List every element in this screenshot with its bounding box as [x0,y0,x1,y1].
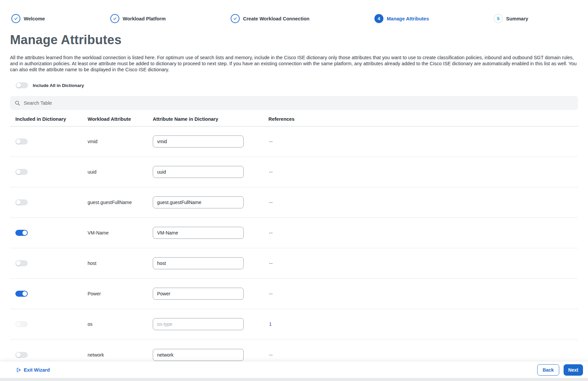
references-value: -- [269,352,273,358]
table-row: Power -- [10,279,578,309]
toggle-knob [16,170,21,174]
toggle-knob [16,261,21,266]
dictionary-name-input[interactable] [153,227,244,239]
include-in-dictionary-toggle[interactable] [15,352,28,358]
dictionary-name-input[interactable] [153,166,244,178]
page-title: Manage Attributes [10,33,121,47]
search-bar [10,96,578,110]
exit-icon [16,367,21,373]
include-in-dictionary-toggle[interactable] [15,169,28,175]
references-value: -- [269,169,273,175]
toggle-knob [16,322,21,326]
column-header-workload-attribute: Workload Attribute [88,116,131,122]
dictionary-name-input[interactable] [153,318,244,330]
workload-attribute-value: os [88,321,93,327]
toggle-knob [16,83,21,88]
include-in-dictionary-toggle[interactable] [15,260,28,266]
step-number-badge: 4 [374,14,383,23]
workload-attribute-value: Power [88,291,101,296]
workload-attribute-value: host [88,261,96,266]
toggle-knob [16,353,21,357]
step-complete-check-icon [11,14,20,23]
exit-wizard-label: Exit Wizard [24,367,50,373]
table-row: host -- [10,248,578,279]
include-in-dictionary-toggle[interactable] [15,291,28,297]
wizard-footer: Exit Wizard Back Next [0,362,588,378]
table-row: os 1 [10,309,578,340]
step-label: Summary [506,16,528,21]
page-bottom-strip [0,378,588,381]
step-label: Create Workload Connection [243,16,310,21]
search-icon [15,100,20,106]
workload-attribute-value: VM-Name [88,230,109,235]
step-manage-attributes[interactable]: 4 Manage Attributes [374,14,429,23]
include-all-toggle[interactable] [16,82,28,88]
workload-attribute-value: network [88,352,104,358]
step-label: Manage Attributes [387,16,429,21]
step-summary[interactable]: 5 Summary [494,14,528,23]
include-all-row: Include All in Dictionary [16,82,84,88]
references-value: -- [269,261,273,266]
toggle-knob [16,200,21,205]
column-header-dictionary-name: Attribute Name in Dictionary [153,116,218,122]
toggle-knob [16,139,21,144]
references-value: -- [269,291,273,296]
next-button[interactable]: Next [564,364,583,376]
manage-attributes-page: Welcome Workload Platform Create Workloa… [0,0,588,381]
dictionary-name-input[interactable] [153,257,244,269]
step-complete-check-icon [110,14,119,23]
dictionary-name-input[interactable] [153,196,244,208]
table-header: Included in Dictionary Workload Attribut… [10,116,578,126]
table-row: vmid -- [10,126,578,157]
workload-attribute-value: uuid [88,169,96,175]
back-button[interactable]: Back [537,364,559,376]
step-complete-check-icon [231,14,240,23]
step-workload-platform[interactable]: Workload Platform [110,14,166,23]
include-in-dictionary-toggle[interactable] [15,199,28,205]
exit-wizard-link[interactable]: Exit Wizard [16,367,50,373]
wizard-stepper: Welcome Workload Platform Create Workloa… [0,14,588,24]
dictionary-name-input[interactable] [153,349,244,361]
include-in-dictionary-toggle[interactable] [15,321,28,327]
step-number-badge: 5 [494,14,503,23]
step-create-workload-connection[interactable]: Create Workload Connection [231,14,310,23]
references-value: -- [269,200,273,205]
table-row: VM-Name -- [10,218,578,248]
references-link[interactable]: 1 [269,321,272,327]
include-in-dictionary-toggle[interactable] [15,138,28,145]
step-label: Welcome [24,16,45,21]
references-value: -- [269,230,273,235]
toggle-knob [22,291,27,296]
search-input[interactable] [24,100,573,106]
dictionary-name-input[interactable] [153,135,244,148]
step-label: Workload Platform [123,16,166,21]
step-welcome[interactable]: Welcome [11,14,45,23]
table-row: uuid -- [10,157,578,187]
page-description: All the attributes learned from the work… [10,55,580,73]
attributes-table: Included in Dictionary Workload Attribut… [10,116,578,370]
table-row: guest.guestFullName -- [10,187,578,218]
toggle-knob [22,230,27,235]
include-in-dictionary-toggle[interactable] [15,230,28,236]
references-value: -- [269,139,273,144]
include-all-label: Include All in Dictionary [33,83,84,88]
column-header-references: References [268,116,295,122]
dictionary-name-input[interactable] [153,288,244,300]
workload-attribute-value: guest.guestFullName [88,200,132,205]
workload-attribute-value: vmid [88,139,98,144]
column-header-included: Included in Dictionary [15,116,66,122]
